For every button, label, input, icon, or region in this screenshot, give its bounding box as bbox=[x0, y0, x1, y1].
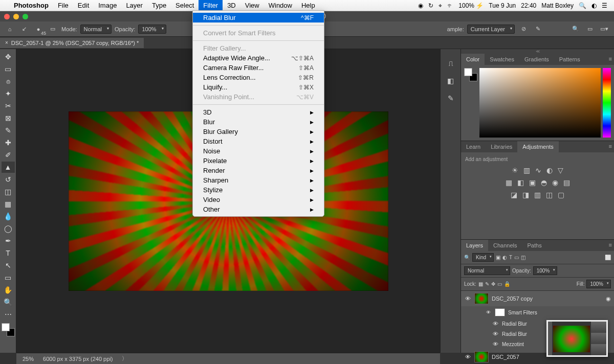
bluetooth-icon[interactable]: ⌖ bbox=[438, 2, 442, 9]
filter-pixel-icon[interactable]: ▣ bbox=[496, 255, 500, 260]
history-brush-tool-icon[interactable]: ↺ bbox=[2, 174, 15, 185]
filter-type-icon[interactable]: T bbox=[509, 255, 512, 260]
lock-pixels-icon[interactable]: ✎ bbox=[485, 281, 489, 287]
path-select-tool-icon[interactable]: ↖ bbox=[2, 260, 15, 271]
filter-stylize-submenu[interactable]: Stylize▶ bbox=[193, 185, 324, 195]
visibility-toggle-icon[interactable]: 👁 bbox=[464, 295, 471, 302]
menu-type[interactable]: Type bbox=[147, 0, 171, 11]
filter-lens-correction[interactable]: Lens Correction...⇧⌘R bbox=[193, 73, 324, 82]
visibility-toggle-icon[interactable]: 👁 bbox=[492, 321, 499, 327]
tab-adjustments[interactable]: Adjustments bbox=[517, 141, 559, 152]
home-button-icon[interactable]: ⌂ bbox=[4, 24, 15, 35]
tab-layers[interactable]: Layers bbox=[461, 240, 488, 251]
blur-tool-icon[interactable]: 💧 bbox=[2, 211, 15, 222]
fullscreen-window-button[interactable] bbox=[23, 14, 28, 19]
adj-vibrance-icon[interactable]: ▽ bbox=[558, 166, 563, 174]
layer-name[interactable]: DSC_2057 copy bbox=[492, 295, 533, 302]
tab-swatches[interactable]: Swatches bbox=[485, 54, 519, 65]
panel-menu-icon[interactable]: ≡ bbox=[609, 242, 612, 248]
adj-curves-icon[interactable]: ∿ bbox=[535, 166, 541, 174]
filter-adaptive-wide[interactable]: Adaptive Wide Angle...⌥⇧⌘A bbox=[193, 53, 324, 63]
zoom-level[interactable]: 25% bbox=[23, 356, 34, 362]
filter-noise-submenu[interactable]: Noise▶ bbox=[193, 146, 324, 156]
status-chevron-icon[interactable]: 〉 bbox=[122, 355, 127, 362]
type-tool-icon[interactable]: T bbox=[2, 247, 15, 259]
menu-file[interactable]: File bbox=[53, 0, 73, 11]
edit-toolbar-icon[interactable]: ⋯ bbox=[2, 309, 15, 320]
adj-invert-icon[interactable]: ▤ bbox=[563, 178, 570, 187]
pressure-icon[interactable]: ✎ bbox=[532, 24, 543, 35]
color-field[interactable] bbox=[479, 68, 601, 138]
filter-distort-submenu[interactable]: Distort▶ bbox=[193, 136, 324, 146]
tab-libraries[interactable]: Libraries bbox=[486, 141, 517, 152]
visibility-toggle-icon[interactable]: 👁 bbox=[485, 310, 492, 315]
filter-smart-icon[interactable]: ◫ bbox=[521, 255, 525, 260]
siri-icon[interactable]: ◐ bbox=[591, 2, 597, 9]
healing-tool-icon[interactable]: ✚ bbox=[2, 137, 15, 148]
opacity-dropdown[interactable]: 100% bbox=[138, 25, 166, 34]
lock-trans-icon[interactable]: ▦ bbox=[478, 281, 483, 287]
eraser-tool-icon[interactable]: ◫ bbox=[2, 186, 15, 197]
filter-blur-submenu[interactable]: Blur▶ bbox=[193, 117, 324, 127]
workspace-switcher-icon[interactable]: ▭▾ bbox=[599, 24, 610, 35]
menubar-date[interactable]: Tue 9 Jun bbox=[489, 2, 516, 9]
lock-artboard-icon[interactable]: ▭ bbox=[497, 281, 502, 287]
lasso-tool-icon[interactable]: ⌾ bbox=[2, 76, 15, 87]
app-menu[interactable]: Photoshop bbox=[9, 0, 53, 11]
panel-menu-icon[interactable]: ≡ bbox=[609, 143, 612, 149]
crop-tool-icon[interactable]: ✂ bbox=[2, 100, 15, 111]
smart-filters-row[interactable]: 👁 Smart Filters bbox=[461, 306, 614, 318]
filter-adj-icon[interactable]: ◐ bbox=[502, 255, 507, 260]
adj-selective-icon[interactable]: ◫ bbox=[546, 191, 553, 199]
dodge-tool-icon[interactable]: ◯ bbox=[2, 223, 15, 234]
brush-settings-icon[interactable]: ▭ bbox=[47, 24, 58, 35]
filter-vanishing-point[interactable]: Vanishing Point...⌥⌘V bbox=[193, 92, 324, 102]
layer-name[interactable]: DSC_2057 bbox=[492, 354, 519, 360]
brush-tool-icon[interactable]: ✐ bbox=[2, 149, 15, 161]
tab-color[interactable]: Color bbox=[461, 54, 485, 65]
menu-view[interactable]: View bbox=[240, 0, 264, 11]
visibility-toggle-icon[interactable]: 👁 bbox=[492, 341, 499, 347]
layer-thumbnail[interactable] bbox=[474, 293, 489, 304]
layer-opacity-value[interactable]: 100% bbox=[533, 266, 558, 275]
frame-tool-icon[interactable]: ⊠ bbox=[2, 112, 15, 124]
doc-dimensions[interactable]: 6000 px x 3375 px (240 ppi) bbox=[43, 356, 113, 362]
menubar-time[interactable]: 22:40 bbox=[521, 2, 536, 9]
menu-3d[interactable]: 3D bbox=[223, 0, 240, 11]
timemachine-icon[interactable]: ↻ bbox=[428, 2, 433, 9]
layer-thumbnail[interactable] bbox=[474, 351, 489, 362]
close-tab-icon[interactable]: × bbox=[5, 40, 8, 46]
adj-exposure-icon[interactable]: ◐ bbox=[546, 166, 553, 174]
menu-help[interactable]: Help bbox=[297, 0, 320, 11]
document-tab[interactable]: × DSC_2057-1 @ 25% (DSC_2057 copy, RGB/1… bbox=[0, 38, 144, 48]
move-tool-icon[interactable]: ✥ bbox=[2, 51, 15, 62]
tool-preset-icon[interactable]: ↙ bbox=[18, 24, 30, 35]
minimize-window-button[interactable] bbox=[13, 14, 19, 19]
menubar-user[interactable]: Matt Boxley bbox=[541, 2, 574, 9]
filter-sharpen-submenu[interactable]: Sharpen▶ bbox=[193, 175, 324, 185]
sample-dropdown[interactable]: Current Layer bbox=[467, 25, 515, 34]
filter-toggle-icon[interactable]: ⬜ bbox=[605, 255, 611, 260]
adj-levels-icon[interactable]: ▥ bbox=[523, 166, 530, 174]
adj-threshold-icon[interactable]: ◨ bbox=[522, 191, 529, 199]
notification-center-icon[interactable]: ☰ bbox=[602, 2, 607, 9]
fill-value[interactable]: 100% bbox=[586, 280, 611, 288]
filter-shape-icon[interactable]: ▭ bbox=[514, 255, 519, 260]
filter-gallery[interactable]: Filter Gallery... bbox=[193, 43, 324, 53]
quick-select-tool-icon[interactable]: ✦ bbox=[2, 88, 15, 99]
hue-slider[interactable] bbox=[603, 68, 611, 138]
dock-histogram-icon[interactable]: ⎍ bbox=[449, 59, 453, 67]
zoom-tool-icon[interactable]: 🔍 bbox=[2, 297, 15, 308]
dock-info-icon[interactable]: ◧ bbox=[447, 77, 454, 85]
dock-brushes-icon[interactable]: ✎ bbox=[448, 94, 454, 102]
stamp-tool-icon[interactable]: ▲ bbox=[2, 162, 15, 173]
lock-all-icon[interactable]: 🔒 bbox=[504, 281, 510, 287]
filter-render-submenu[interactable]: Render▶ bbox=[193, 166, 324, 175]
navigator-thumbnail[interactable] bbox=[546, 320, 608, 357]
wifi-icon[interactable]: ᯤ bbox=[447, 2, 453, 9]
lock-position-icon[interactable]: ✥ bbox=[491, 281, 495, 287]
filter-liquify[interactable]: Liquify...⇧⌘X bbox=[193, 82, 324, 92]
menu-layer[interactable]: Layer bbox=[121, 0, 147, 11]
menu-image[interactable]: Image bbox=[94, 0, 121, 11]
hand-tool-icon[interactable]: ✋ bbox=[2, 284, 15, 295]
